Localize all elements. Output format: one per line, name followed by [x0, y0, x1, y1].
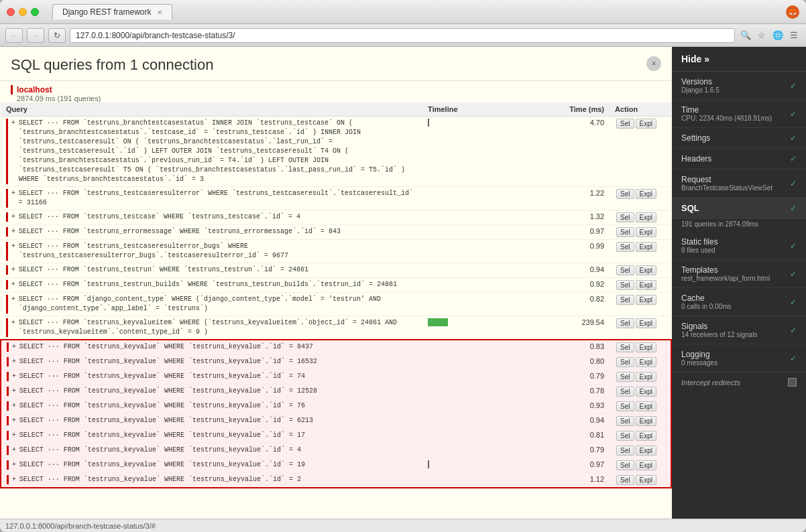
- maximize-window-button[interactable]: [31, 8, 39, 16]
- expl-button-6[interactable]: Expl: [636, 280, 656, 290]
- expl-button-14[interactable]: Expl: [636, 416, 656, 426]
- expl-button-10[interactable]: Expl: [636, 357, 656, 367]
- sel-button-11[interactable]: Sel: [616, 372, 634, 382]
- sidebar-item-headers[interactable]: Headers ✓: [672, 149, 806, 170]
- page-title: SQL queries from 1 connection: [11, 56, 213, 74]
- table-row: +SELECT ··· FROM `testruns_keyvalue` WHE…: [1, 340, 671, 355]
- sidebar-templates-value: rest_framework/api_form.html: [681, 275, 770, 282]
- sidebar-cache-check: ✓: [790, 297, 797, 307]
- query-cell-16: +SELECT ··· FROM `testruns_keyvalue` WHE…: [7, 446, 417, 455]
- expl-button-18[interactable]: Expl: [636, 475, 656, 485]
- address-bar[interactable]: 127.0.0.1:8000/api/branch-testcase-statu…: [70, 28, 735, 43]
- sel-button-9[interactable]: Sel: [616, 342, 634, 352]
- col-query: Query: [1, 103, 422, 117]
- browser-tab[interactable]: Django REST framework ✕: [52, 4, 172, 19]
- expl-button-13[interactable]: Expl: [636, 401, 656, 411]
- query-text-12: SELECT ··· FROM `testruns_keyvalue` WHER…: [19, 387, 317, 396]
- sidebar-item-time[interactable]: Time CPU: 2234.40ms (4818.91ms) ✓: [672, 100, 806, 128]
- expl-button-2[interactable]: Expl: [636, 212, 656, 222]
- sel-button-12[interactable]: Sel: [616, 387, 634, 397]
- timeline-cell-9: [422, 340, 557, 355]
- sidebar-signals-label: Signals: [681, 322, 757, 331]
- connection-host: localhost: [11, 85, 661, 94]
- query-cell-4: +SELECT ··· FROM `testruns_testcaseresul…: [6, 242, 417, 261]
- table-row: +SELECT ··· FROM `django_content_type` W…: [1, 293, 671, 316]
- sel-button-8[interactable]: Sel: [616, 318, 634, 328]
- sel-button-6[interactable]: Sel: [616, 280, 634, 290]
- sel-button-1[interactable]: Sel: [616, 189, 634, 199]
- sidebar-item-signals[interactable]: Signals 14 receivers of 12 signals ✓: [672, 316, 806, 344]
- search-icon[interactable]: 🔍: [739, 29, 752, 42]
- expl-button-0[interactable]: Expl: [636, 119, 656, 129]
- sel-button-7[interactable]: Sel: [616, 295, 634, 305]
- sel-button-14[interactable]: Sel: [616, 416, 634, 426]
- sel-button-18[interactable]: Sel: [616, 475, 634, 485]
- back-button[interactable]: ←: [5, 28, 23, 43]
- expl-button-17[interactable]: Expl: [636, 460, 656, 470]
- timeline-cell-6: [422, 278, 557, 293]
- sidebar-item-request[interactable]: Request BranchTestcaseStatusViewSet ✓: [672, 170, 806, 198]
- expl-button-5[interactable]: Expl: [636, 265, 656, 275]
- expl-button-12[interactable]: Expl: [636, 387, 656, 397]
- time-cell-11: 0.79: [557, 370, 610, 385]
- sidebar-item-templates[interactable]: Templates rest_framework/api_form.html ✓: [672, 260, 806, 288]
- sidebar-headers-check: ✓: [790, 154, 797, 163]
- sel-button-13[interactable]: Sel: [616, 401, 634, 411]
- status-bar: 127.0.0.1:8000/api/branch-testcase-statu…: [0, 519, 806, 532]
- sidebar-item-settings[interactable]: Settings ✓: [672, 128, 806, 149]
- bookmark-icon[interactable]: ☆: [755, 29, 768, 42]
- expl-button-3[interactable]: Expl: [636, 227, 656, 237]
- query-table[interactable]: Query Timeline Time (ms) Action +SELECT …: [0, 103, 672, 519]
- sel-button-5[interactable]: Sel: [616, 265, 634, 275]
- sel-button-2[interactable]: Sel: [616, 212, 634, 222]
- query-text-2: SELECT ··· FROM `testruns_testcase` WHER…: [19, 212, 300, 222]
- expl-button-15[interactable]: Expl: [636, 431, 656, 441]
- action-cell-4: SelExpl: [610, 240, 671, 263]
- query-text-3: SELECT ··· FROM `testruns_errormessage` …: [19, 227, 341, 237]
- expl-button-1[interactable]: Expl: [636, 189, 656, 199]
- query-cell-2: +SELECT ··· FROM `testruns_testcase` WHE…: [6, 212, 417, 222]
- close-window-button[interactable]: [7, 8, 15, 16]
- reload-button[interactable]: ↻: [48, 28, 66, 43]
- sidebar-request-label: Request: [681, 175, 772, 184]
- intercept-redirects-item[interactable]: Intercept redirects: [672, 373, 806, 392]
- sidebar-item-cache[interactable]: Cache 0 calls in 0.00ms ✓: [672, 288, 806, 316]
- addon-icon[interactable]: 🌐: [771, 29, 785, 42]
- query-text-14: SELECT ··· FROM `testruns_keyvalue` WHER…: [19, 416, 313, 425]
- sidebar-time-check: ✓: [790, 109, 797, 119]
- sel-button-17[interactable]: Sel: [616, 460, 634, 470]
- sel-button-4[interactable]: Sel: [616, 242, 634, 252]
- sel-button-0[interactable]: Sel: [616, 119, 634, 129]
- sidebar-item-versions[interactable]: Versions Django 1.6.5 ✓: [672, 72, 806, 100]
- menu-icon[interactable]: ☰: [787, 29, 801, 42]
- sel-button-3[interactable]: Sel: [616, 227, 634, 237]
- forward-button[interactable]: →: [27, 28, 44, 43]
- sidebar-item-logging[interactable]: Logging 0 messages ✓: [672, 344, 806, 373]
- sel-button-16[interactable]: Sel: [616, 446, 634, 456]
- expl-button-7[interactable]: Expl: [636, 295, 656, 305]
- sel-button-15[interactable]: Sel: [616, 431, 634, 441]
- col-action: Action: [610, 103, 671, 117]
- tab-close-button[interactable]: ✕: [157, 9, 162, 16]
- expl-button-8[interactable]: Expl: [636, 318, 656, 328]
- sidebar-item-sql[interactable]: SQL ✓: [672, 198, 806, 219]
- sidebar-request-check: ✓: [790, 179, 797, 188]
- intercept-redirects-checkbox[interactable]: [788, 378, 797, 387]
- expl-button-11[interactable]: Expl: [636, 372, 656, 382]
- sidebar-item-static[interactable]: Static files 8 files used ✓: [672, 232, 806, 260]
- expl-button-16[interactable]: Expl: [636, 446, 656, 456]
- time-cell-13: 0.93: [557, 399, 610, 414]
- timeline-cell-13: [422, 399, 557, 414]
- query-cell-17: +SELECT ··· FROM `testruns_keyvalue` WHE…: [7, 460, 417, 470]
- query-text-18: SELECT ··· FROM `testruns_keyvalue` WHER…: [19, 475, 301, 484]
- expl-button-9[interactable]: Expl: [636, 342, 656, 352]
- close-panel-button[interactable]: ×: [646, 56, 661, 71]
- action-cell-11: SelExpl: [610, 370, 671, 385]
- expl-button-4[interactable]: Expl: [636, 242, 656, 252]
- sel-button-10[interactable]: Sel: [616, 357, 634, 367]
- action-cell-13: SelExpl: [610, 399, 671, 414]
- minimize-window-button[interactable]: [19, 8, 27, 16]
- time-cell-3: 0.97: [557, 225, 610, 240]
- connection-info: localhost 2874.09 ms (191 queries): [0, 81, 672, 103]
- sidebar-hide-button[interactable]: Hide »: [672, 47, 806, 72]
